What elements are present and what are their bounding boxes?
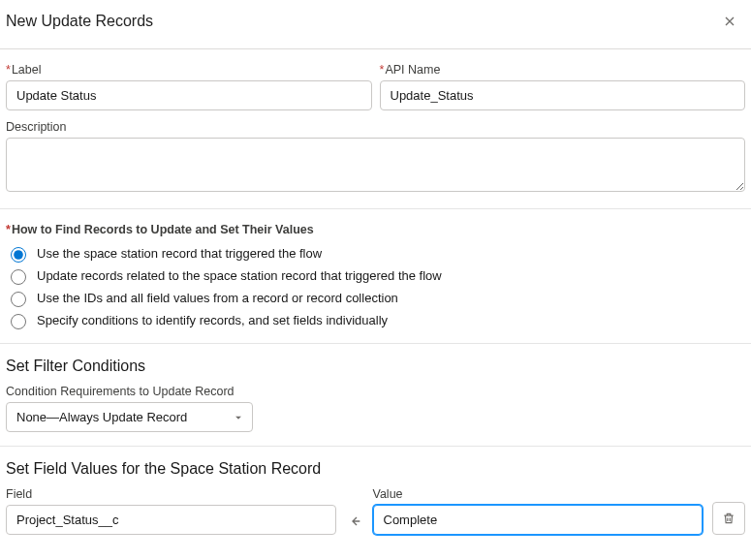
description-group: Description: [6, 120, 745, 195]
label-input[interactable]: [6, 80, 372, 110]
field-input[interactable]: [6, 505, 336, 535]
values-section-title: Set Field Values for the Space Station R…: [6, 460, 745, 478]
delete-row-button[interactable]: [712, 502, 745, 535]
radio-option-specify-conditions[interactable]: Specify conditions to identify records, …: [6, 311, 745, 329]
radio-option-triggering-record[interactable]: Use the space station record that trigge…: [6, 244, 745, 263]
assignment-arrow: [346, 513, 363, 535]
radio-input-2[interactable]: [11, 292, 26, 307]
field-label: Field: [6, 487, 336, 501]
name-row: *Label *API Name: [6, 63, 745, 120]
description-textarea[interactable]: [6, 138, 745, 192]
radio-label-0: Use the space station record that trigge…: [37, 246, 322, 261]
close-icon: [722, 14, 737, 29]
condition-req-label: Condition Requirements to Update Record: [6, 385, 745, 398]
header-divider: [0, 48, 751, 49]
find-records-radio-group: Use the space station record that trigge…: [6, 244, 745, 329]
radio-input-0[interactable]: [11, 247, 26, 263]
value-col: Value: [373, 487, 704, 535]
apiname-group: *API Name: [380, 63, 746, 110]
apiname-field-label-text: API Name: [385, 63, 440, 77]
apiname-field-label: *API Name: [380, 63, 746, 77]
find-records-heading: *How to Find Records to Update and Set T…: [6, 223, 745, 236]
value-input[interactable]: [373, 505, 704, 535]
radio-input-1[interactable]: [11, 269, 26, 285]
divider-1: [0, 208, 751, 209]
modal-new-update-records: New Update Records *Label *API Name Desc…: [0, 0, 751, 544]
trash-icon: [722, 512, 735, 525]
label-group: *Label: [6, 63, 372, 110]
close-button[interactable]: [718, 10, 741, 33]
field-col: Field: [6, 487, 336, 535]
arrow-left-icon: [347, 513, 362, 529]
radio-label-2: Use the IDs and all field values from a …: [37, 291, 398, 305]
condition-select[interactable]: None—Always Update Record: [6, 402, 253, 432]
label-field-label: *Label: [6, 63, 372, 77]
modal-header: New Update Records: [6, 10, 745, 48]
description-label: Description: [6, 120, 745, 134]
radio-option-ids-collection[interactable]: Use the IDs and all field values from a …: [6, 289, 745, 307]
find-records-heading-text: How to Find Records to Update and Set Th…: [12, 223, 314, 236]
radio-label-3: Specify conditions to identify records, …: [37, 313, 388, 327]
divider-3: [0, 446, 751, 447]
apiname-input[interactable]: [380, 80, 746, 110]
divider-2: [0, 343, 751, 344]
value-label: Value: [373, 487, 704, 501]
modal-title: New Update Records: [6, 13, 153, 30]
condition-select-value: None—Always Update Record: [6, 402, 253, 432]
radio-input-3[interactable]: [11, 314, 26, 329]
label-field-label-text: Label: [12, 63, 42, 77]
radio-option-related-records[interactable]: Update records related to the space stat…: [6, 266, 745, 285]
filter-section-title: Set Filter Conditions: [6, 358, 745, 375]
radio-label-1: Update records related to the space stat…: [37, 268, 442, 283]
field-value-row: Field Value: [6, 487, 745, 535]
